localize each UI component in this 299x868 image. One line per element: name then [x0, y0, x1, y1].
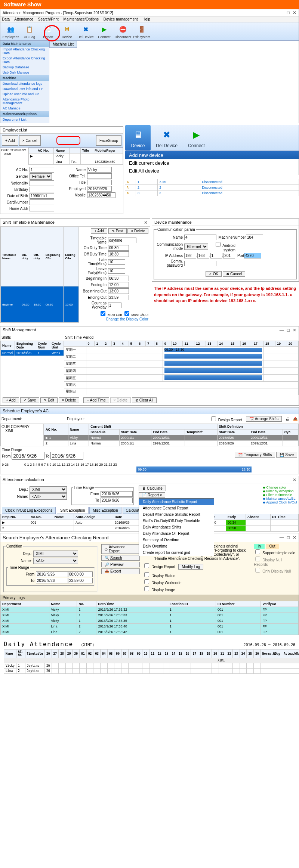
minimize-icon[interactable]: —	[280, 328, 284, 333]
emp-row[interactable]: LinaFe..13023594450	[29, 159, 123, 165]
bday-input[interactable]	[30, 187, 54, 192]
stt-row[interactable]: daytime09:3018:3006:3012:00	[1, 286, 79, 323]
adv-export-btn[interactable]: ◇ Advanced Export	[101, 544, 140, 554]
search-to-date[interactable]	[36, 578, 68, 583]
calc-from[interactable]	[101, 491, 133, 497]
menu-data[interactable]: Data	[2, 17, 10, 21]
stt-add-btn[interactable]: + Add	[91, 228, 107, 234]
tb-employees[interactable]: 👥Employees	[2, 24, 20, 39]
dm-ip4[interactable]	[223, 253, 235, 258]
ttname-input[interactable]	[108, 238, 136, 243]
side-append-clock[interactable]: ◆ Append Clock In/Out	[263, 500, 297, 504]
supp-check[interactable]	[255, 549, 260, 554]
bigbtn-connect[interactable]: ▶Connect	[183, 125, 210, 151]
side-dl-logs[interactable]: Download attendance logs	[0, 81, 49, 86]
close-icon[interactable]: ✕	[293, 10, 296, 15]
calc-btn[interactable]: 🖩 Calculate	[139, 486, 166, 491]
log-row[interactable]: XIMIVicky12016/9/26 17:56:331001FP	[1, 613, 299, 618]
beginout-input[interactable]	[108, 288, 129, 294]
rep-daily-stat[interactable]: Daily Attendance Statistic Report	[139, 499, 214, 505]
emp-row[interactable]: ▶Vicky	[29, 154, 123, 159]
tb-deldevice[interactable]: ✖Del Device	[77, 24, 95, 39]
side-import[interactable]: Import Attendance Checking Data	[0, 47, 49, 56]
dm-name-input[interactable]	[184, 235, 216, 240]
maximize-icon[interactable]: □	[287, 535, 290, 540]
close-icon[interactable]: ✕	[293, 328, 296, 333]
dob-input[interactable]	[30, 193, 54, 199]
rep-daily-shifts[interactable]: Daily Attendance Shifts	[139, 524, 214, 530]
workday-input[interactable]	[108, 303, 121, 308]
card-input[interactable]	[30, 199, 54, 205]
menu-add-device[interactable]: Add new device	[125, 151, 299, 159]
sched-row[interactable]: 2LinaNormal2000/1/12999/12/312016/9/2620…	[44, 441, 299, 446]
offtel-input[interactable]	[87, 173, 112, 179]
sched-row[interactable]: ▶ 1VickyNormal2000/1/12999/12/312016/9/2…	[44, 435, 299, 441]
print-icon[interactable]: 🖨	[286, 417, 289, 421]
devrow[interactable]: ↻33Disconnected	[125, 190, 299, 196]
acno-input[interactable]	[30, 167, 54, 173]
sm-edit[interactable]: ✎ Edit	[40, 397, 58, 403]
side-maint-al[interactable]: ◆ Maintenance AL/BL	[263, 497, 297, 500]
search-to-time[interactable]	[68, 578, 93, 583]
side-usb[interactable]: Usb Disk Manage	[0, 70, 49, 75]
maximize-icon[interactable]: □	[287, 10, 290, 15]
tb-exit[interactable]: 🚪Exit system	[133, 24, 151, 39]
addr-input[interactable]	[30, 206, 54, 211]
side-acmanage[interactable]: AC Manage	[0, 106, 49, 111]
gender-select[interactable]: Female	[30, 173, 52, 180]
export-icon[interactable]: 📤	[293, 417, 298, 421]
menu-device[interactable]: Device management	[104, 17, 138, 21]
save-btn[interactable]: 💾 Save	[276, 452, 297, 458]
dm-ip2[interactable]	[197, 253, 209, 258]
name-input[interactable]	[87, 167, 112, 173]
sm-save[interactable]: ✓ Save	[20, 397, 40, 403]
tempshifts-btn[interactable]: 📅 Temporary Shifts	[235, 452, 275, 458]
dm-pwd-input[interactable]	[184, 261, 216, 266]
design-check2[interactable]	[144, 563, 149, 568]
close-icon[interactable]: ✕	[293, 477, 296, 483]
dm-android-check[interactable]	[216, 242, 221, 247]
dm-comm-select[interactable]: Ethernet	[184, 244, 208, 250]
sm-delete[interactable]: × Delete	[59, 397, 80, 403]
calc-name-select[interactable]: <All>	[30, 493, 67, 500]
search-dep[interactable]: XIMI	[33, 551, 78, 557]
search-btn[interactable]: 🔍 Search	[101, 555, 140, 561]
change-color-link[interactable]: Change the Display Color	[106, 317, 148, 321]
rep-general[interactable]: Attendance General Report	[139, 505, 214, 511]
arrange-btn[interactable]: 📅 Arrange Shifts	[246, 416, 282, 422]
nat-input[interactable]	[30, 180, 54, 186]
dm-machno-input[interactable]	[246, 235, 263, 240]
side-filter-tt[interactable]: ◆ Filter to timetable	[263, 493, 297, 497]
tb-report[interactable]: 📄Report	[39, 24, 57, 39]
sm-add[interactable]: + Add	[3, 397, 19, 403]
close-icon[interactable]: ✕	[293, 535, 296, 540]
side-admin[interactable]: Administrator	[0, 122, 49, 123]
tb-disconnect[interactable]: ⛔Disconnect	[114, 24, 132, 39]
report-btn[interactable]: 📄 Report ▾	[139, 492, 165, 498]
rep-daily-overtime[interactable]: Daily Overtime	[139, 543, 214, 549]
preview-btn[interactable]: 🔎 Preview	[101, 562, 140, 567]
log-row[interactable]: XIMILina22016/9/26 17:56:401001FP	[1, 624, 299, 629]
minimize-icon[interactable]: —	[280, 10, 284, 15]
dispstat-check[interactable]	[144, 572, 149, 577]
side-change-color[interactable]: ◆ Change color	[263, 486, 297, 489]
late-input[interactable]	[108, 259, 125, 265]
tb-connect[interactable]: ▶Connect	[95, 24, 113, 39]
dm-cancel-btn[interactable]: ✖ Cancel	[223, 271, 245, 277]
mustcout-check[interactable]	[124, 311, 129, 316]
onduty-input[interactable]	[108, 245, 129, 251]
side-filter-exc[interactable]: ◆ Filter by exception	[263, 489, 297, 493]
menu-edit-device[interactable]: Edit current device	[125, 159, 299, 167]
emp-add-btn[interactable]: + Add	[2, 135, 18, 146]
offduty-input[interactable]	[108, 251, 129, 257]
rep-daily-ot[interactable]: Daily Attendance OT Report	[139, 530, 214, 537]
close-icon[interactable]: ✕	[144, 220, 148, 225]
dispimg-check[interactable]	[144, 586, 149, 591]
side-dept[interactable]: Department List	[0, 117, 49, 122]
maximize-icon[interactable]: □	[287, 328, 290, 333]
tab-machinelist[interactable]: Machine List	[49, 41, 77, 48]
bigbtn-device[interactable]: 🖥Device	[125, 125, 151, 151]
side-photo[interactable]: Attendance Photo Management	[0, 97, 49, 106]
shift-row[interactable]: Normal2016/9/261Week	[1, 350, 64, 356]
endout-input[interactable]	[108, 295, 129, 300]
